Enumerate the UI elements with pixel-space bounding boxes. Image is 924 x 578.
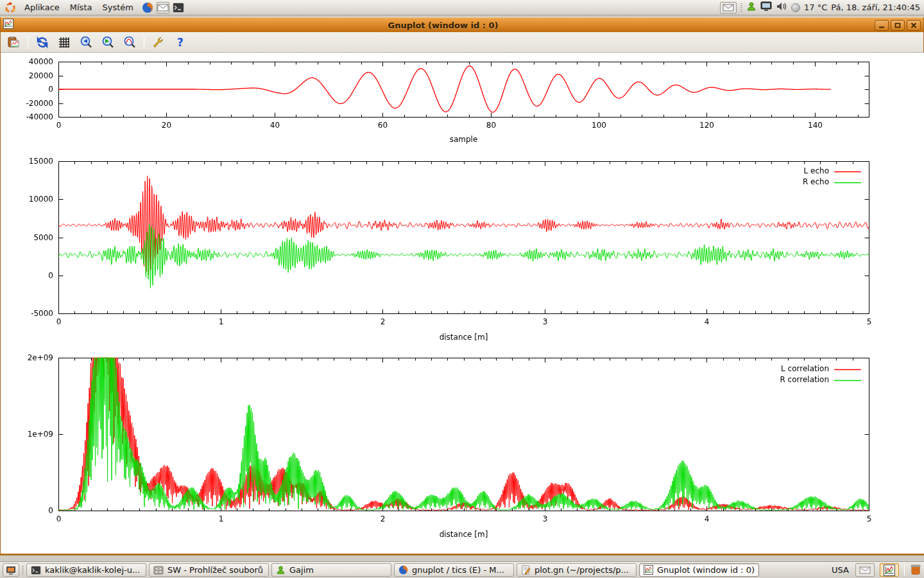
- toolbar: ?: [1, 32, 923, 53]
- volume-icon[interactable]: [776, 1, 787, 13]
- menubar: AplikaceMístaSystém: [19, 1, 139, 13]
- taskbar-window-label: gnuplot / tics (E) - M...: [412, 565, 504, 575]
- taskbar-window-button[interactable]: gnuplot / tics (E) - M...: [394, 563, 514, 577]
- window-list: kaklik@kaklik-kolej-u...SW - Prohlížeč s…: [26, 563, 759, 577]
- keyboard-layout-indicator[interactable]: USA: [830, 565, 850, 575]
- show-desktop-button[interactable]: [3, 563, 19, 577]
- taskbar-tray: USA: [830, 563, 921, 577]
- firefox-icon: [398, 565, 408, 575]
- taskbar-window-button[interactable]: plot.gn (~/projects/p...: [517, 563, 637, 577]
- taskbar-window-label: SW - Prohlížeč souborů: [167, 565, 263, 575]
- system-tray: 17 °C Pá, 18. září, 21:40:45: [720, 1, 920, 13]
- gajim-icon: [276, 565, 286, 575]
- zoom-previous-icon[interactable]: [78, 35, 94, 50]
- mail-icon[interactable]: [720, 2, 737, 13]
- toolbar-separator: [144, 36, 144, 49]
- autoscale-icon[interactable]: [122, 35, 137, 50]
- clock[interactable]: Pá, 18. září, 21:40:45: [831, 3, 920, 12]
- taskbar-window-label: plot.gn (~/projects/p...: [535, 565, 629, 575]
- taskbar-separator: [904, 565, 905, 576]
- display-icon[interactable]: [760, 1, 772, 13]
- terminal-icon: [31, 566, 41, 575]
- weather-icon[interactable]: [791, 3, 800, 12]
- copy-plot-button[interactable]: [6, 35, 21, 50]
- help-icon[interactable]: ?: [173, 35, 188, 50]
- taskbar-window-button[interactable]: Gajim: [271, 563, 391, 577]
- menu-item-aplikace[interactable]: Aplikace: [19, 1, 65, 13]
- firefox-icon[interactable]: [141, 1, 154, 14]
- tray-handle[interactable]: [740, 3, 742, 12]
- plot-canvas[interactable]: [1, 53, 924, 554]
- mail-icon[interactable]: [157, 1, 169, 14]
- gnuplot-window-icon: [3, 19, 13, 31]
- gajim-icon[interactable]: [746, 1, 757, 13]
- menu-item-systém[interactable]: Systém: [97, 1, 138, 13]
- ubuntu-menu-icon[interactable]: [4, 1, 17, 14]
- replot-icon[interactable]: [35, 35, 50, 50]
- settings-wrench-icon[interactable]: [151, 35, 166, 50]
- gnuplot-window: Gnuplot (window id : 0): [0, 17, 924, 556]
- terminal-icon[interactable]: [172, 1, 185, 14]
- titlebar[interactable]: Gnuplot (window id : 0): [1, 17, 923, 32]
- trash-icon[interactable]: [910, 563, 921, 577]
- toolbar-separator: [28, 36, 28, 49]
- desktop: AplikaceMístaSystém: [0, 0, 924, 578]
- gnome-top-panel: AplikaceMístaSystém: [0, 0, 924, 15]
- taskbar-window-label: Gnuplot (window id : 0): [657, 565, 755, 575]
- minimize-button[interactable]: [875, 20, 889, 31]
- window-title: Gnuplot (window id : 0): [13, 21, 873, 30]
- close-button[interactable]: [907, 20, 921, 31]
- grid-icon[interactable]: [56, 35, 72, 50]
- menu-item-místa[interactable]: Místa: [65, 1, 98, 13]
- taskbar-window-button[interactable]: Gnuplot (window id : 0): [639, 563, 759, 577]
- taskbar-window-button[interactable]: kaklik@kaklik-kolej-u...: [26, 563, 146, 577]
- taskbar-window-button[interactable]: SW - Prohlížeč souborů: [149, 563, 269, 577]
- temperature: 17 °C: [804, 3, 827, 12]
- mail-icon[interactable]: [855, 563, 875, 577]
- gnuplot-icon[interactable]: [880, 563, 899, 577]
- taskbar-handle[interactable]: [22, 566, 24, 575]
- gnuplot-canvas-area: [1, 53, 923, 554]
- filemanager-icon: [153, 566, 164, 575]
- editor-icon: [521, 565, 531, 575]
- taskbar-window-label: kaklik@kaklik-kolej-u...: [45, 565, 140, 575]
- zoom-next-icon[interactable]: [100, 35, 116, 50]
- gnuplot-icon: [644, 565, 653, 575]
- taskbar-window-label: Gajim: [289, 565, 314, 575]
- taskbar: kaklik@kaklik-kolej-u...SW - Prohlížeč s…: [0, 561, 924, 578]
- maximize-button[interactable]: [891, 20, 905, 31]
